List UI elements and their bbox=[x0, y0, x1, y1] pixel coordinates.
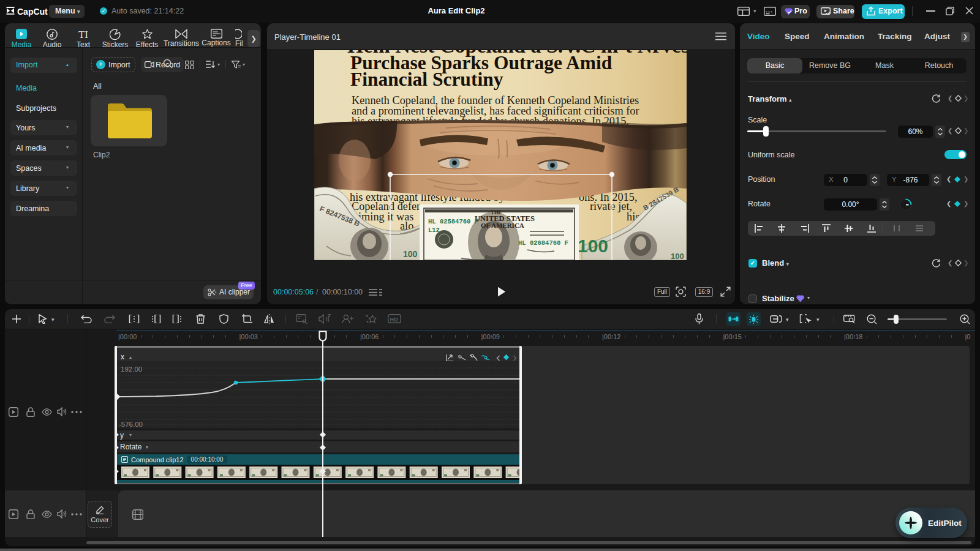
svg-text:HD: HD bbox=[390, 317, 398, 323]
svg-text:OF AMERICA: OF AMERICA bbox=[481, 222, 524, 229]
svg-text:100: 100 bbox=[671, 252, 684, 260]
svg-text:Financial Scrutiny: Financial Scrutiny bbox=[350, 69, 503, 90]
svg-text:rivate jet,: rivate jet, bbox=[590, 200, 632, 212]
svg-text:HL 02584760 F: HL 02584760 F bbox=[428, 218, 478, 225]
svg-text:-576.00: -576.00 bbox=[119, 421, 143, 428]
svg-text:100: 100 bbox=[403, 249, 418, 259]
svg-text:HL 02684760 F: HL 02684760 F bbox=[518, 239, 568, 247]
svg-text:192.00: 192.00 bbox=[121, 365, 142, 373]
svg-text:100: 100 bbox=[578, 236, 608, 256]
